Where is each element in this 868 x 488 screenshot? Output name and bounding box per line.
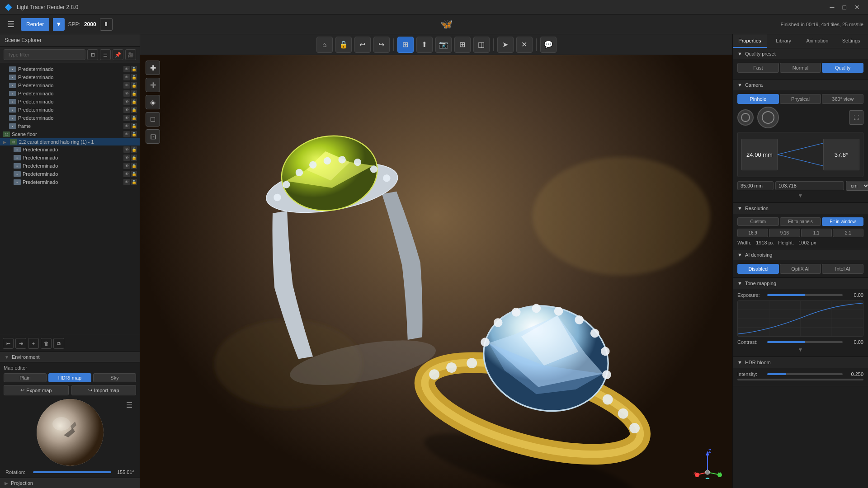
outdent-button[interactable]: ⇤ (3, 338, 14, 349)
render-button[interactable]: Render (21, 18, 49, 31)
normal-preset-button[interactable]: Normal (780, 63, 821, 73)
maximize-button[interactable]: □ (839, 0, 850, 14)
undo-button[interactable]: ↩ (354, 37, 371, 53)
fit-window-button[interactable]: Fit in window (822, 217, 863, 226)
focus-distance-input[interactable] (737, 181, 774, 190)
intel-denoise-button[interactable]: Intel AI (822, 264, 863, 274)
arrow-tool-button[interactable]: ➤ (497, 37, 514, 53)
quality-preset-header[interactable]: ▼ Quality preset (733, 48, 868, 59)
lock-btn[interactable]: 🔒 (131, 123, 137, 129)
screenshot-button[interactable]: 📷 (435, 37, 452, 53)
animation-tab[interactable]: Animation (801, 34, 835, 48)
bloom-extra-slider[interactable] (737, 379, 863, 380)
hdri-menu-button[interactable]: ☰ (126, 401, 132, 409)
viewport[interactable]: ✚ ✛ ◈ □ ⊡ Z X (140, 55, 732, 488)
tree-item-1[interactable]: ▪ Predeterminado 👁🔒 (0, 65, 140, 73)
projection-header[interactable]: ▶ Projection (0, 478, 140, 488)
resolution-header[interactable]: ▼ Resolution (733, 203, 868, 214)
visibility-btn[interactable]: 👁 (123, 115, 130, 121)
disabled-denoise-button[interactable]: Disabled (737, 264, 779, 274)
lock-btn[interactable]: 🔒 (131, 90, 137, 97)
properties-tab[interactable]: Properties (733, 34, 767, 48)
visibility-btn[interactable]: 👁 (123, 107, 130, 113)
grid-view-button[interactable]: ⊞ (87, 49, 98, 60)
hdr-bloom-header[interactable]: ▼ HDR bloom (733, 357, 868, 368)
lock-btn[interactable]: 🔒 (131, 99, 137, 105)
tree-item-ring-group[interactable]: ▶ ⊞ 2.2 carat diamond halo ring (1) - 1 (0, 138, 140, 145)
ratio-16-9-button[interactable]: 16:9 (737, 229, 768, 237)
camera-header[interactable]: ▼ Camera (733, 80, 868, 90)
delete-item-button[interactable]: 🗑 (41, 338, 52, 349)
pinhole-button[interactable]: Pinhole (737, 94, 779, 104)
split-view-button[interactable]: ◫ (473, 37, 490, 53)
tree-item-r3[interactable]: ▪ Predeterminado 👁🔒 (0, 162, 140, 170)
lock-btn[interactable]: 🔒 (131, 155, 137, 161)
nav-rotate-button[interactable]: ◈ (146, 95, 160, 109)
lock-btn[interactable]: 🔒 (131, 66, 137, 72)
visibility-btn[interactable]: 👁 (123, 74, 130, 80)
visibility-btn[interactable]: 👁 (123, 82, 130, 89)
tree-item-frame[interactable]: ▪ frame 👁🔒 (0, 122, 140, 130)
lock-btn[interactable]: 🔒 (131, 131, 137, 137)
lock-btn[interactable]: 🔒 (131, 171, 137, 177)
tree-item-4[interactable]: ▪ Predeterminado 👁🔒 (0, 89, 140, 98)
exposure-slider[interactable] (767, 294, 843, 296)
visibility-btn[interactable]: 👁 (123, 146, 130, 153)
visibility-btn[interactable]: 👁 (123, 90, 130, 97)
close-view-button[interactable]: ✕ (516, 37, 533, 53)
tree-item-floor[interactable]: ⬡ Scene floor 👁🔒 (0, 130, 140, 138)
render-dropdown-button[interactable]: ▼ (53, 18, 64, 31)
visibility-btn[interactable]: 👁 (123, 179, 130, 185)
render-to-viewport-button[interactable]: ⬆ (416, 37, 433, 53)
360-view-button[interactable]: 360° view (822, 94, 863, 104)
tree-item-3[interactable]: ▪ Predeterminado 👁🔒 (0, 81, 140, 89)
tree-item-7[interactable]: ▪ Predeterminado 👁🔒 (0, 114, 140, 122)
camera-button[interactable]: 🎥 (125, 49, 136, 60)
settings-tab[interactable]: Settings (834, 34, 868, 48)
nav-fullframe-button[interactable]: ⊡ (146, 129, 160, 144)
sensor-unit-dropdown[interactable]: cm mm in (846, 181, 868, 191)
sky-tab[interactable]: Sky (93, 373, 136, 382)
duplicate-button[interactable]: ⧉ (53, 338, 64, 349)
minimize-button[interactable]: ─ (826, 0, 838, 14)
lock-btn[interactable]: 🔒 (131, 179, 137, 185)
ratio-1-1-button[interactable]: 1:1 (801, 229, 832, 237)
intensity-slider[interactable] (767, 373, 843, 375)
visibility-btn[interactable]: 👁 (123, 66, 130, 72)
custom-res-button[interactable]: Custom (737, 217, 779, 226)
render-region-button[interactable]: ⊞ (397, 37, 414, 53)
fit-panels-button[interactable]: Fit to panels (780, 217, 821, 226)
visibility-btn[interactable]: 👁 (123, 99, 130, 105)
add-item-button[interactable]: + (28, 338, 39, 349)
visibility-btn[interactable]: 👁 (123, 131, 130, 137)
ai-denoising-header[interactable]: ▼ AI denoising (733, 249, 868, 260)
home-view-button[interactable]: ⌂ (316, 37, 333, 53)
discord-button[interactable]: 💬 (540, 37, 557, 53)
tree-item-r2[interactable]: ▪ Predeterminado 👁🔒 (0, 154, 140, 162)
lock-btn[interactable]: 🔒 (131, 146, 137, 153)
tree-item-5[interactable]: ▪ Predeterminado 👁🔒 (0, 98, 140, 106)
quality-preset-button[interactable]: Quality (822, 63, 863, 73)
fast-preset-button[interactable]: Fast (737, 63, 779, 73)
camera-expand-button[interactable]: ▼ (798, 192, 803, 199)
import-map-button[interactable]: ↪ Import map (71, 385, 137, 395)
sensor-width-input[interactable] (775, 181, 844, 190)
export-map-button[interactable]: ↩ Export map (4, 385, 69, 395)
library-tab[interactable]: Library (767, 34, 801, 48)
plain-tab[interactable]: Plain (4, 373, 47, 382)
tree-item-2[interactable]: ▪ Predeterminado 👁🔒 (0, 73, 140, 81)
visibility-btn[interactable]: 👁 (123, 163, 130, 169)
lock-btn[interactable]: 🔒 (131, 115, 137, 121)
list-view-button[interactable]: ☰ (100, 49, 111, 60)
physical-button[interactable]: Physical (780, 94, 821, 104)
visibility-btn[interactable]: 👁 (123, 123, 130, 129)
tree-item-r4[interactable]: ▪ Predeterminado 👁🔒 (0, 170, 140, 178)
tree-item-6[interactable]: ▪ Predeterminado 👁🔒 (0, 106, 140, 114)
pin-button[interactable]: 📌 (113, 49, 123, 60)
indent-button[interactable]: ⇥ (15, 338, 26, 349)
contrast-slider[interactable] (767, 341, 843, 343)
visibility-btn[interactable]: 👁 (123, 171, 130, 177)
ratio-9-16-button[interactable]: 9:16 (769, 229, 800, 237)
grid-button[interactable]: ⊞ (454, 37, 471, 53)
lock-view-button[interactable]: 🔒 (335, 37, 352, 53)
